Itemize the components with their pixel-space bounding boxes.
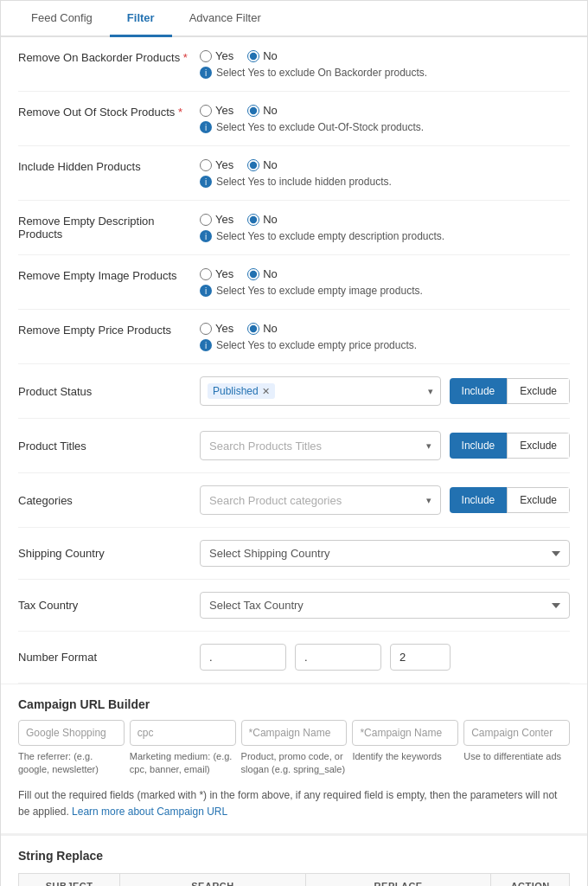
empty-price-no-option[interactable]: No xyxy=(247,322,278,335)
product-status-tag-close[interactable]: ✕ xyxy=(262,386,270,397)
tab-bar: Feed Config Filter Advance Filter xyxy=(1,1,587,37)
shipping-country-row: Shipping Country Select Shipping Country xyxy=(18,528,570,580)
empty-image-yes-option[interactable]: Yes xyxy=(200,267,233,280)
backorder-content: Yes No i Select Yes to exclude On Backor… xyxy=(200,49,570,79)
hidden-no-option[interactable]: No xyxy=(247,158,278,171)
hidden-products-hint: i Select Yes to include hidden products. xyxy=(200,176,570,188)
hidden-products-radio-group: Yes No xyxy=(200,158,570,171)
empty-image-radio-group: Yes No xyxy=(200,267,570,280)
categories-exclude-btn[interactable]: Exclude xyxy=(507,487,570,513)
campaign-input-3[interactable] xyxy=(352,720,458,746)
empty-image-content: Yes No i Select Yes to exclude empty ima… xyxy=(200,267,570,297)
product-titles-btn-group: Include Exclude xyxy=(450,433,570,459)
campaign-input-2[interactable] xyxy=(241,720,348,746)
categories-select[interactable]: Search Product categories ▾ xyxy=(200,485,441,515)
empty-image-no-radio[interactable] xyxy=(247,268,259,280)
product-titles-exclude-btn[interactable]: Exclude xyxy=(507,433,570,459)
product-status-select-wrapper: Published ✕ ▾ xyxy=(200,376,441,406)
backorder-radio-group: Yes No xyxy=(200,49,570,62)
empty-price-content: Yes No i Select Yes to exclude empty pri… xyxy=(200,322,570,351)
campaign-field-3 xyxy=(352,720,458,746)
backorder-yes-option[interactable]: Yes xyxy=(200,49,233,62)
tax-country-controls: Select Tax Country xyxy=(200,592,570,619)
product-status-include-btn[interactable]: Include xyxy=(450,378,508,404)
empty-image-row: Remove Empty Image Products Yes No i Sel… xyxy=(18,255,570,310)
empty-image-hint: i Select Yes to exclude empty image prod… xyxy=(200,285,570,297)
product-titles-row: Product Titles Search Products Titles ▾ … xyxy=(18,419,570,473)
campaign-hint-2: Product, promo code, or slogan (e.g. spr… xyxy=(241,750,348,777)
hidden-no-radio[interactable] xyxy=(247,159,259,171)
empty-image-yes-radio[interactable] xyxy=(200,268,212,280)
backorder-yes-radio[interactable] xyxy=(200,50,212,62)
shipping-country-select[interactable]: Select Shipping Country xyxy=(200,540,570,567)
out-of-stock-hint: i Select Yes to exclude Out-Of-Stock pro… xyxy=(200,121,570,133)
empty-image-label: Remove Empty Image Products xyxy=(18,267,200,282)
sr-col-action: ACTION xyxy=(491,874,570,886)
empty-price-yes-option[interactable]: Yes xyxy=(200,322,233,335)
sr-col-search: SEARCH xyxy=(120,874,306,886)
empty-desc-no-radio[interactable] xyxy=(247,214,259,226)
product-titles-controls: Search Products Titles ▾ Include Exclude xyxy=(200,431,570,460)
backorder-no-radio[interactable] xyxy=(247,50,259,62)
campaign-field-0 xyxy=(18,720,125,746)
empty-price-yes-radio[interactable] xyxy=(200,323,212,335)
empty-price-no-radio[interactable] xyxy=(247,323,259,335)
sr-col-subject: SUBJECT xyxy=(19,874,120,886)
empty-desc-label: Remove Empty Description Products xyxy=(18,213,200,241)
hidden-yes-option[interactable]: Yes xyxy=(200,158,233,171)
backorder-no-option[interactable]: No xyxy=(247,49,278,62)
empty-image-no-option[interactable]: No xyxy=(247,267,278,280)
out-of-stock-content: Yes No i Select Yes to exclude Out-Of-St… xyxy=(200,104,570,133)
campaign-input-1[interactable] xyxy=(130,720,236,746)
empty-desc-hint: i Select Yes to exclude empty descriptio… xyxy=(200,230,570,242)
product-titles-select[interactable]: Search Products Titles ▾ xyxy=(200,431,441,460)
campaign-hint-0: The referrer: (e.g. google, newsletter) xyxy=(18,750,125,777)
sr-col-replace: REPLACE xyxy=(305,874,491,886)
empty-desc-yes-radio[interactable] xyxy=(200,214,212,226)
empty-desc-no-option[interactable]: No xyxy=(247,213,278,226)
tab-feed-config[interactable]: Feed Config xyxy=(14,1,110,37)
product-titles-include-btn[interactable]: Include xyxy=(450,433,508,459)
product-status-exclude-btn[interactable]: Exclude xyxy=(507,378,570,404)
backorder-hint: i Select Yes to exclude On Backorder pro… xyxy=(200,67,570,79)
campaign-input-0[interactable] xyxy=(18,720,125,746)
categories-include-btn[interactable]: Include xyxy=(450,487,508,513)
out-of-stock-no-radio[interactable] xyxy=(247,105,259,117)
campaign-hint-4: Use to differentiate ads xyxy=(463,750,570,777)
campaign-field-1 xyxy=(130,720,236,746)
sr-header-row: SUBJECT SEARCH REPLACE ACTION xyxy=(19,874,570,886)
out-of-stock-no-option[interactable]: No xyxy=(247,104,278,117)
product-status-tag: Published ✕ xyxy=(208,383,275,399)
tax-country-select[interactable]: Select Tax Country xyxy=(200,592,570,619)
empty-desc-yes-option[interactable]: Yes xyxy=(200,213,233,226)
empty-image-hint-icon: i xyxy=(200,285,212,297)
out-of-stock-hint-icon: i xyxy=(200,121,212,133)
campaign-field-2 xyxy=(241,720,348,746)
product-status-controls: Published ✕ ▾ Include Exclude xyxy=(200,376,570,406)
out-of-stock-row: Remove Out Of Stock Products * Yes No i xyxy=(18,92,570,146)
filter-section: Remove On Backorder Products * Yes No i xyxy=(1,37,587,684)
empty-price-row: Remove Empty Price Products Yes No i Sel… xyxy=(18,310,570,364)
number-format-input3[interactable] xyxy=(390,644,451,671)
out-of-stock-yes-option[interactable]: Yes xyxy=(200,104,233,117)
campaign-input-4[interactable] xyxy=(463,720,570,746)
empty-price-radio-group: Yes No xyxy=(200,322,570,335)
campaign-url-section: Campaign URL Builder The referrer: (e.g.… xyxy=(1,684,587,833)
empty-price-hint: i Select Yes to exclude empty price prod… xyxy=(200,339,570,351)
categories-btn-group: Include Exclude xyxy=(450,487,570,513)
tab-filter[interactable]: Filter xyxy=(110,1,172,37)
backorder-hint-icon: i xyxy=(200,67,212,79)
campaign-notice-link[interactable]: Learn more about Campaign URL xyxy=(72,806,227,818)
tax-country-label: Tax Country xyxy=(18,599,200,612)
empty-desc-content: Yes No i Select Yes to exclude empty des… xyxy=(200,213,570,242)
out-of-stock-yes-radio[interactable] xyxy=(200,105,212,117)
hidden-products-content: Yes No i Select Yes to include hidden pr… xyxy=(200,158,570,188)
hidden-yes-radio[interactable] xyxy=(200,159,212,171)
tab-advance-filter[interactable]: Advance Filter xyxy=(172,1,278,37)
number-format-label: Number Format xyxy=(18,651,200,664)
number-format-input1[interactable] xyxy=(200,644,286,671)
empty-price-hint-icon: i xyxy=(200,339,212,351)
product-status-select[interactable]: Published ✕ ▾ xyxy=(200,376,441,406)
tax-country-row: Tax Country Select Tax Country xyxy=(18,580,570,632)
number-format-input2[interactable] xyxy=(295,644,381,671)
